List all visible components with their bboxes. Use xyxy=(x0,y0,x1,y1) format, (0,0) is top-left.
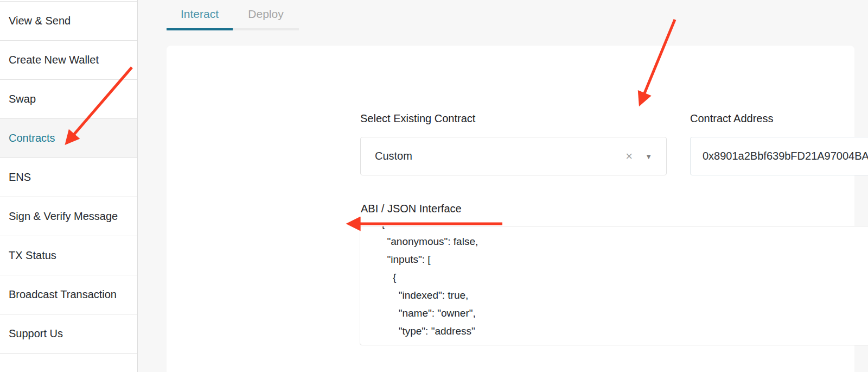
existing-contract-select[interactable]: Custom × ▼ xyxy=(360,137,667,175)
sidebar-item-ens[interactable]: ENS xyxy=(0,158,137,197)
contract-tabs: Interact Deploy xyxy=(167,0,299,33)
contract-address-input[interactable] xyxy=(690,137,868,175)
selected-contract-value: Custom xyxy=(375,150,412,162)
sidebar-item-view-send[interactable]: View & Send xyxy=(0,2,137,41)
sidebar-item-label: Contracts xyxy=(9,132,55,144)
sidebar: View & Send Create New Wallet Swap Contr… xyxy=(0,0,138,372)
sidebar-item-broadcast-transaction[interactable]: Broadcast Transaction xyxy=(0,275,137,314)
clear-icon[interactable]: × xyxy=(626,150,633,162)
tab-label: Interact xyxy=(181,8,219,21)
abi-json-content: { "anonymous": false, "inputs": [ { "ind… xyxy=(360,226,868,345)
abi-json-interface-label: ABI / JSON Interface xyxy=(361,203,462,215)
sidebar-item-tx-status[interactable]: TX Status xyxy=(0,236,137,275)
tab-label: Deploy xyxy=(248,8,283,21)
interact-card: Select Existing Contract Custom × ▼ Cont… xyxy=(167,46,854,372)
sidebar-item-label: View & Send xyxy=(9,15,71,27)
sidebar-item-contracts[interactable]: Contracts xyxy=(0,119,137,158)
sidebar-item-label: Sign & Verify Message xyxy=(9,210,118,223)
sidebar-item-create-new-wallet[interactable]: Create New Wallet xyxy=(0,41,137,80)
sidebar-item-label: ENS xyxy=(9,171,31,184)
sidebar-item-label: TX Status xyxy=(9,249,56,262)
sidebar-item-support-us[interactable]: Support Us xyxy=(0,314,137,354)
sidebar-item-label: Swap xyxy=(9,93,36,105)
select-existing-contract-label: Select Existing Contract xyxy=(360,112,475,125)
sidebar-item-label: Broadcast Transaction xyxy=(9,288,117,301)
sidebar-item-label: Support Us xyxy=(9,327,63,340)
tab-deploy[interactable]: Deploy xyxy=(233,0,299,30)
sidebar-item-sign-verify-message[interactable]: Sign & Verify Message xyxy=(0,197,137,236)
sidebar-item-label: Create New Wallet xyxy=(9,54,99,66)
abi-json-textarea[interactable]: { "anonymous": false, "inputs": [ { "ind… xyxy=(360,226,868,345)
contract-address-label: Contract Address xyxy=(690,112,773,125)
chevron-down-icon[interactable]: ▼ xyxy=(645,153,652,160)
tab-interact[interactable]: Interact xyxy=(167,0,233,30)
sidebar-item-swap[interactable]: Swap xyxy=(0,80,137,119)
contracts-page: View & Send Create New Wallet Swap Contr… xyxy=(0,0,868,372)
